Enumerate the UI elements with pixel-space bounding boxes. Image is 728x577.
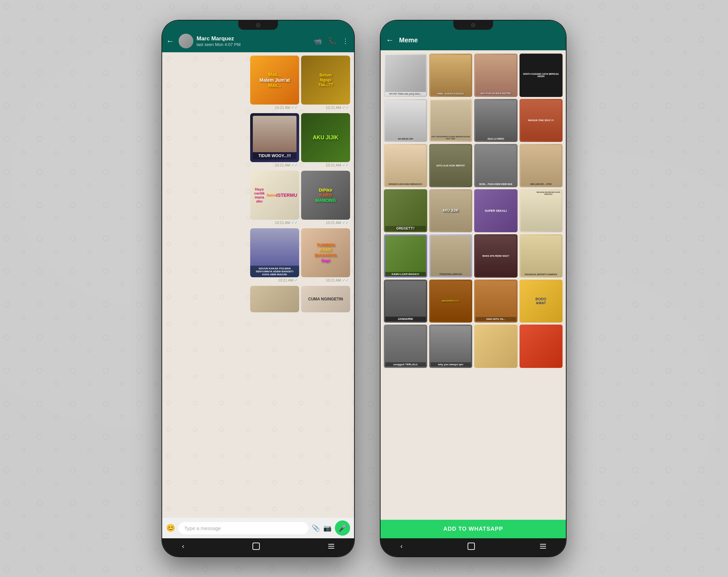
avatar-image xyxy=(179,34,193,48)
sticker-5[interactable]: Hayo cantik mana akuSamaISTERMU 10:21 AM… xyxy=(250,171,299,226)
sticker-cell-18[interactable]: TENGGELAMKAN xyxy=(429,234,472,278)
phone-call-icon[interactable]: 📞 xyxy=(328,37,336,45)
sticker-img-20: RASANYA SEPERTI SAMPAH xyxy=(520,234,563,278)
read-check-2: ✓✓ xyxy=(342,105,349,110)
chat-row-4: ADUUH KAKAK POLWANSENYUMNYA ADEM BANGET!… xyxy=(166,228,350,284)
message-text-input[interactable]: Type a message xyxy=(178,522,308,534)
sticker-8[interactable]: TUMBENRAMEBIASANYASepi 10:21 AM ✓✓ xyxy=(301,228,350,284)
mic-icon: 🎤 xyxy=(339,524,347,532)
sticker-img-1: HO-HO Tidak ada yang tahu... xyxy=(384,54,427,97)
sticker-pack-title: Meme xyxy=(399,36,418,44)
nav-recent-left[interactable] xyxy=(328,544,334,549)
nav-back-left[interactable]: ‹ xyxy=(182,542,184,550)
nav-recent-line-1 xyxy=(328,544,334,545)
contact-status: last seen Mon 4:07 PM xyxy=(197,42,310,47)
nav-home-left[interactable] xyxy=(253,543,260,550)
sticker-cell-12[interactable]: MELUNCUR... OTW xyxy=(520,144,563,187)
add-to-whatsapp-button[interactable]: ADD TO WHATSAPP xyxy=(381,520,566,538)
sticker-cell-21[interactable]: JANGKRIK xyxy=(384,280,427,323)
left-phone-screen: ← Marc Marquez last seen Mon 4:07 PM 📹 📞… xyxy=(162,21,354,556)
message-input-bar: 😊 Type a message 📎 📷 🎤 xyxy=(162,518,354,538)
sticker-img-19: MUKE APA REMO MAS? xyxy=(474,234,518,278)
sticker-cell-19[interactable]: MUKE APA REMO MAS? xyxy=(474,234,518,278)
left-phone: ← Marc Marquez last seen Mon 4:07 PM 📹 📞… xyxy=(162,21,354,556)
sticker-cell-9[interactable]: ORANG KAYA MAH BEBASS!!! xyxy=(384,144,427,187)
sticker-cell-11[interactable]: WOIII... PADA DIEM DIEM BAE xyxy=(474,144,518,187)
sticker-2[interactable]: BelumNgopiYaa...?? 10:21 AM ✓✓ xyxy=(301,56,350,111)
sticker-cell-5[interactable]: AH MASA SIH xyxy=(384,99,427,142)
sticker-cell-26[interactable]: why you always lyin xyxy=(429,324,472,368)
sticker-img-4: DISITU KADANG SAYA MERASA SEDIH xyxy=(520,54,563,97)
sticker-cell-20[interactable]: RASANYA SEPERTI SAMPAH xyxy=(520,234,563,278)
sticker-cell-28[interactable] xyxy=(520,324,563,368)
sticker-cell-22[interactable]: MIKIRRR!!!!!!! xyxy=(429,280,472,323)
attach-icon[interactable]: 📎 xyxy=(312,524,320,532)
sticker-cell-25[interactable]: sungguh TERLALU xyxy=(384,324,427,368)
chat-row-5: CUMA NGINGETIN xyxy=(166,286,350,312)
sticker-img-27 xyxy=(474,324,518,368)
sticker-1[interactable]: Mas...Malem Jum'atMas... 10:21 AM ✓✓ xyxy=(250,56,299,111)
sticker-cell-4[interactable]: DISITU KADANG SAYA MERASA SEDIH xyxy=(520,54,563,97)
sticker-img-24: BODOAMAT xyxy=(520,280,563,323)
sticker-cell-3[interactable]: AKU FUN GA BISA DIGITIN! xyxy=(474,54,518,97)
emoji-icon[interactable]: 😊 xyxy=(166,524,175,532)
video-call-icon[interactable]: 📹 xyxy=(314,37,322,45)
sticker-img-15: SUPER SEKALI xyxy=(474,189,518,233)
sticker-2-time: 10:21 AM ✓✓ xyxy=(301,105,350,111)
sticker-3-time: 10:21 AM ✓✓ xyxy=(250,162,299,169)
more-options-icon[interactable]: ⋮ xyxy=(342,37,349,45)
nav-line-r3 xyxy=(540,548,546,549)
sticker-7[interactable]: ADUUH KAKAK POLWANSENYUMNYA ADEM BANGET!… xyxy=(250,228,299,284)
sticker-5-time: 10:21 AM ✓✓ xyxy=(250,220,299,226)
mic-button[interactable]: 🎤 xyxy=(335,520,350,536)
sticker-cell-2[interactable]: HMM.. SUDAH KUDUGA xyxy=(429,54,472,97)
sticker-img-21: JANGKRIK xyxy=(384,280,427,323)
sticker-img-23: OHH GITU YA... xyxy=(474,280,518,323)
sticker-cell-7[interactable]: GILE LU NDRO xyxy=(474,99,518,142)
chat-row-3: Hayo cantik mana akuSamaISTERMU 10:21 AM… xyxy=(166,171,350,226)
nav-recent-right[interactable] xyxy=(540,544,546,549)
sticker-cell-13[interactable]: GREGETT!! xyxy=(384,189,427,233)
contact-info[interactable]: Marc Marquez last seen Mon 4:07 PM xyxy=(197,35,310,47)
sticker-3[interactable]: TIDUR WOOY...!!! 10:21 AM ✓✓ xyxy=(250,113,299,169)
sticker-cell-1[interactable]: HO-HO Tidak ada yang tahu... xyxy=(384,54,427,97)
sticker-cell-8[interactable]: MASUK PAK EKO !!! xyxy=(520,99,563,142)
sticker-cell-27[interactable] xyxy=(474,324,518,368)
back-icon[interactable]: ← xyxy=(165,35,175,47)
nav-back-right[interactable]: ‹ xyxy=(400,542,403,550)
sticker-cell-10[interactable]: GITU AJA KOK REPOT xyxy=(429,144,472,187)
sticker-img-28 xyxy=(520,324,563,368)
sticker-9[interactable] xyxy=(250,286,299,312)
camera-dot-right xyxy=(471,23,475,27)
camera-input-icon[interactable]: 📷 xyxy=(323,524,332,532)
sticker-cell-17[interactable]: KAMU LUAR BIASA!!! xyxy=(384,234,427,278)
sticker-img-25: sungguh TERLALU xyxy=(384,324,427,368)
sticker-back-icon[interactable]: ← xyxy=(385,34,395,46)
sticker-cell-14[interactable]: AKU JIJIK xyxy=(429,189,472,233)
chat-row-1: Mas...Malem Jum'atMas... 10:21 AM ✓✓ Bel… xyxy=(166,56,350,111)
sticker-10[interactable]: CUMA NGINGETIN xyxy=(301,286,350,312)
sticker-grid: HO-HO Tidak ada yang tahu... HMM.. SUDAH… xyxy=(381,50,566,520)
sticker-1-time: 10:21 AM ✓✓ xyxy=(250,105,299,111)
sticker-cell-24[interactable]: BODOAMAT xyxy=(520,280,563,323)
camera-bar-right xyxy=(453,21,493,30)
sticker-4[interactable]: AKU JIJIK 10:21 AM ✓✓ xyxy=(301,113,350,169)
bottom-nav-left: ‹ xyxy=(162,538,354,556)
contact-avatar[interactable] xyxy=(179,34,193,48)
camera-dot-left xyxy=(256,23,260,27)
sticker-img-9: ORANG KAYA MAH BEBASS!!! xyxy=(384,144,427,187)
chat-row-2: TIDUR WOOY...!!! 10:21 AM ✓✓ AKU JIJIK 1… xyxy=(166,113,350,169)
sticker-6[interactable]: DiPikirKAROMANCING 10:21 AM ✓✓ xyxy=(301,171,350,226)
sticker-7-time: 10:21 AM ✓ xyxy=(250,277,299,284)
sticker-cell-16[interactable]: SEJAUH INI MASIH SAYA PANTAU xyxy=(520,189,563,233)
nav-home-right[interactable] xyxy=(468,543,475,550)
sticker-cell-23[interactable]: OHH GITU YA... xyxy=(474,280,518,323)
sticker-cell-6[interactable]: APO URUSANNYA KAMU MENANYAKAN HAL TIUP xyxy=(429,99,472,142)
right-phone: ← Meme HO-HO Tidak ada yang tahu... HMM.… xyxy=(381,21,566,556)
sticker-cell-15[interactable]: SUPER SEKALI xyxy=(474,189,518,233)
right-phone-screen: ← Meme HO-HO Tidak ada yang tahu... HMM.… xyxy=(381,21,566,556)
sticker-img-26: why you always lyin xyxy=(429,324,472,368)
contact-name: Marc Marquez xyxy=(197,35,310,42)
read-check: ✓✓ xyxy=(291,105,298,110)
sticker-img-14: AKU JIJIK xyxy=(429,189,472,233)
